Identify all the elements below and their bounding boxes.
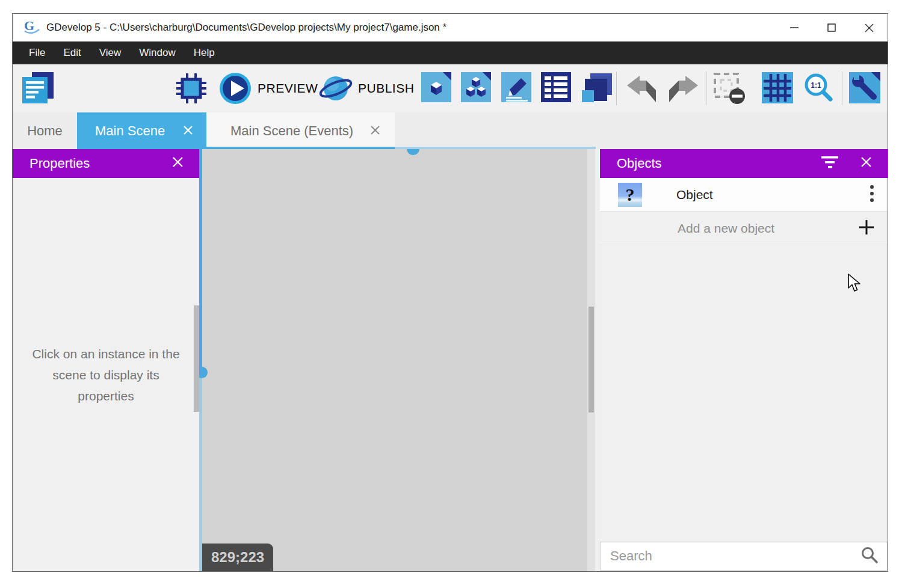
menu-file[interactable]: File — [20, 41, 54, 64]
scene-objects-icon[interactable] — [421, 72, 451, 105]
add-object-row[interactable]: Add a new object — [600, 212, 888, 245]
menu-help[interactable]: Help — [185, 41, 224, 64]
tab-close-icon[interactable] — [370, 123, 380, 139]
events-sheet-icon[interactable] — [541, 72, 571, 105]
object-menu-dots-icon[interactable] — [870, 185, 874, 205]
edit-scene-properties-icon[interactable] — [501, 72, 531, 105]
app-window: G GDevelop 5 - C:\Users\charburg\Documen… — [12, 13, 888, 572]
properties-close-icon[interactable] — [172, 156, 184, 171]
gdevelop-logo-icon: G — [22, 18, 40, 37]
editor-tab-bar: Home Main Scene Main Scene (Events) — [13, 112, 888, 149]
objects-search-bar — [600, 542, 888, 571]
svg-text:G: G — [24, 18, 34, 33]
zoom-1-1-icon[interactable]: 1:1 — [802, 72, 835, 107]
redo-icon[interactable] — [667, 75, 699, 105]
title-bar: G GDevelop 5 - C:\Users\charburg\Documen… — [13, 14, 888, 41]
plus-icon[interactable] — [859, 219, 874, 237]
canvas-right-gap — [595, 149, 600, 571]
window-title: GDevelop 5 - C:\Users\charburg\Documents… — [46, 22, 446, 34]
project-manager-icon[interactable] — [21, 72, 55, 107]
search-icon[interactable] — [860, 546, 879, 566]
object-thumbnail-question-icon: ? — [618, 183, 642, 207]
properties-scrollbar[interactable] — [194, 305, 199, 412]
properties-empty-message: Click on an instance in the scene to dis… — [27, 343, 185, 406]
minimize-button[interactable] — [776, 14, 813, 41]
mask-icon[interactable] — [713, 72, 746, 107]
toolbar-separator — [616, 72, 617, 105]
object-list-item[interactable]: ? Object — [600, 178, 888, 212]
menu-window[interactable]: Window — [130, 41, 184, 64]
filter-icon[interactable] — [821, 156, 839, 172]
search-input[interactable] — [610, 548, 860, 564]
toolbar-separator — [706, 72, 706, 105]
scene-canvas[interactable]: 829;223 — [199, 149, 600, 571]
menu-view[interactable]: View — [90, 41, 131, 64]
tab-main-scene[interactable]: Main Scene — [77, 112, 206, 149]
layers-icon[interactable] — [581, 72, 612, 106]
toolbar: PREVIEW PUBLISH — [13, 64, 888, 112]
menu-bar: File Edit View Window Help — [13, 41, 888, 64]
properties-panel: Properties Click on an instance in the s… — [13, 149, 199, 571]
properties-panel-body: Click on an instance in the scene to dis… — [13, 178, 199, 571]
properties-panel-title: Properties — [29, 156, 90, 171]
maximize-button[interactable] — [813, 14, 850, 41]
publish-label[interactable]: PUBLISH — [358, 64, 414, 112]
close-button[interactable] — [850, 14, 888, 41]
preview-label[interactable]: PREVIEW — [258, 64, 318, 112]
main-content: Properties Click on an instance in the s… — [13, 149, 888, 571]
tab-home[interactable]: Home — [13, 112, 77, 149]
objects-panel-header: Objects — [600, 149, 888, 178]
zoom-icon-label: 1:1 — [811, 81, 821, 90]
canvas-scrollbar-thumb[interactable] — [588, 307, 594, 412]
extensions-wrench-icon[interactable] — [849, 72, 880, 106]
object-name: Object — [676, 188, 870, 202]
cursor-coordinates-badge: 829;223 — [202, 544, 273, 571]
split-drag-handle-top[interactable] — [407, 149, 419, 155]
objects-panel: Objects ? Object — [600, 149, 888, 571]
toolbar-separator — [842, 72, 842, 105]
undo-icon[interactable] — [626, 75, 658, 105]
debug-icon[interactable] — [176, 73, 206, 106]
properties-panel-header: Properties — [13, 149, 199, 178]
tab-label: Main Scene (Events) — [230, 123, 353, 139]
grid-icon[interactable] — [762, 72, 793, 106]
objects-panel-empty-area — [600, 245, 888, 542]
tab-close-icon[interactable] — [183, 123, 193, 139]
objects-close-icon[interactable] — [860, 156, 872, 171]
menu-edit[interactable]: Edit — [54, 41, 90, 64]
panel-split-divider[interactable] — [199, 149, 202, 571]
preview-play-icon[interactable] — [218, 72, 252, 108]
tab-label: Home — [27, 123, 63, 139]
split-drag-handle-left[interactable] — [199, 367, 208, 378]
objects-panel-title: Objects — [617, 156, 799, 171]
window-controls — [776, 14, 888, 41]
tab-main-scene-events[interactable]: Main Scene (Events) — [206, 112, 395, 149]
publish-globe-icon[interactable] — [318, 72, 353, 108]
mouse-cursor — [847, 274, 862, 295]
add-object-label: Add a new object — [678, 221, 859, 236]
object-groups-icon[interactable] — [461, 72, 491, 105]
tab-label: Main Scene — [95, 123, 165, 139]
